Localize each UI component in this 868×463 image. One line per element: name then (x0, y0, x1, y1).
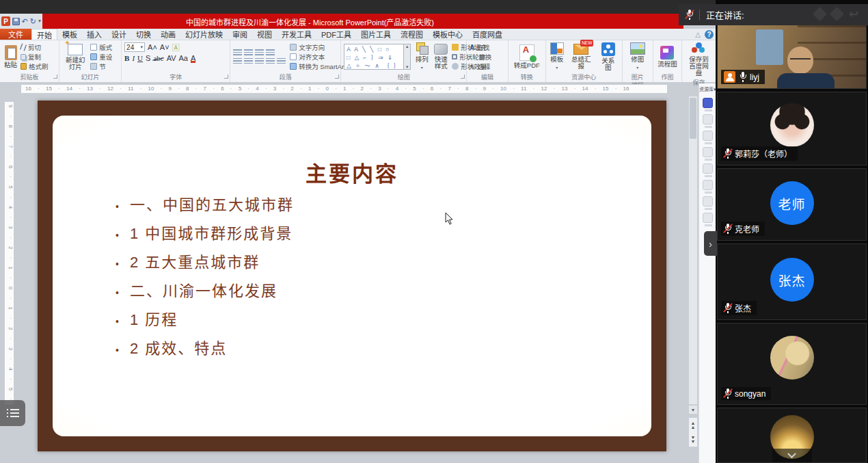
dialog-launcher-icon[interactable] (461, 75, 465, 79)
replace-button[interactable]: ↔替换 (470, 53, 491, 62)
resource-sidebar-label[interactable]: 资源库▾ (699, 83, 716, 92)
reset-button[interactable]: 重设 (90, 53, 112, 62)
change-case-button[interactable]: Aa (179, 54, 188, 62)
tab-flowchart[interactable]: 流程图 (396, 29, 428, 40)
tab-design[interactable]: 设计 (107, 29, 131, 40)
section-button[interactable]: 节 (90, 62, 112, 71)
tab-transitions[interactable]: 切换 (131, 29, 156, 40)
align-center-icon[interactable] (244, 58, 253, 65)
columns-icon[interactable] (277, 58, 286, 65)
tab-review[interactable]: 审阅 (228, 29, 252, 40)
collapse-ribbon-icon[interactable]: △ (695, 31, 701, 38)
strikethrough-button[interactable]: abc (153, 54, 163, 62)
justify-icon[interactable] (266, 58, 275, 65)
participant-tile-songyan[interactable]: songyan (717, 323, 867, 405)
line-spacing-icon[interactable] (266, 49, 275, 56)
underline-button[interactable]: U (137, 54, 143, 62)
format-painter-button[interactable]: 格式刷 (21, 62, 49, 71)
bullets-icon[interactable] (233, 49, 242, 56)
select-button[interactable]: ⇖选择 (470, 62, 491, 71)
save-baidu-button[interactable]: 保存到百度网盘 (685, 42, 713, 77)
cut-button[interactable]: 剪切 (21, 43, 49, 52)
tab-home[interactable]: 开始 (31, 29, 57, 40)
vertical-scrollbar[interactable] (688, 96, 698, 405)
font-size-select[interactable]: 24▾ (124, 42, 145, 52)
tab-baidu-netdisk[interactable]: 百度网盘 (467, 29, 507, 40)
help-icon[interactable]: ? (705, 30, 714, 39)
participant-tile-zhangjie[interactable]: 张杰 张杰 (717, 243, 867, 320)
copy-button[interactable]: 复制 (21, 53, 49, 62)
tab-slideshow[interactable]: 幻灯片放映 (180, 29, 228, 40)
align-left-icon[interactable] (233, 58, 242, 65)
tab-insert[interactable]: 插入 (82, 29, 107, 40)
tab-pdf-tools[interactable]: PDF工具 (316, 29, 356, 40)
tab-file[interactable]: 文件 (0, 29, 31, 40)
slide-bullet-list[interactable]: •一、中国的五大城市群 •1 中国城市群形成背景 •2 五大重点城市群 •二、川… (116, 192, 294, 365)
participant-tile-kelaoshi[interactable]: 老师 克老师 (717, 168, 867, 241)
template-button[interactable]: 模板▾ (549, 42, 565, 72)
shadow-button[interactable]: S (146, 54, 150, 62)
convert-pdf-button[interactable]: 转成PDF (513, 44, 541, 70)
participant-list-button[interactable] (0, 400, 25, 426)
slide[interactable]: 主要内容 •一、中国的五大城市群 •1 中国城市群形成背景 •2 五大重点城市群… (38, 101, 666, 451)
smartart-button[interactable]: 转换为 SmartArt (290, 62, 346, 71)
tab-view[interactable]: 视图 (252, 29, 277, 40)
participant-tile-liyj[interactable]: liyj (717, 25, 867, 89)
resource-sidebar-icon[interactable] (703, 131, 713, 141)
qat-dropdown-icon[interactable]: ▾ (38, 16, 41, 26)
italic-button[interactable]: I (132, 54, 135, 62)
shape-gallery-scroll[interactable]: ▲▼ (404, 44, 411, 70)
shrink-font-icon[interactable]: A˅ (160, 43, 169, 51)
resource-sidebar-icon[interactable] (703, 196, 713, 207)
reply-arrow-icon[interactable]: ↪ (849, 7, 858, 21)
flowchart-button[interactable]: 流程图 (656, 45, 679, 68)
align-right-icon[interactable] (255, 58, 264, 65)
dialog-launcher-icon[interactable] (53, 75, 57, 79)
paste-button[interactable]: 粘贴 (3, 44, 18, 69)
align-text-button[interactable]: 对齐文本 (290, 53, 346, 62)
new-slide-button[interactable]: 新建幻灯片 (62, 43, 88, 71)
clear-format-icon[interactable]: 🄰 (172, 42, 180, 53)
font-color-button[interactable]: A (191, 54, 195, 62)
resource-sidebar-icon[interactable] (703, 114, 713, 124)
indent-icon[interactable] (255, 49, 264, 56)
resource-sidebar-icon[interactable] (703, 213, 713, 223)
arrange-button[interactable]: 排列▾ (413, 42, 430, 72)
summary-report-button[interactable]: NEW 总结汇报 (567, 43, 595, 70)
tab-animations[interactable]: 动画 (156, 29, 180, 40)
resource-sidebar-icon[interactable] (703, 98, 713, 108)
tab-template-center[interactable]: 模板中心 (428, 29, 467, 40)
panel-expand-handle[interactable]: › (704, 231, 717, 256)
text-direction-button[interactable]: 文字方向 (290, 43, 346, 52)
resource-sidebar-icon[interactable] (703, 163, 713, 174)
muted-mic-icon[interactable] (686, 10, 693, 20)
next-slide-button[interactable]: ▼▼ (691, 436, 696, 444)
scroll-down-button[interactable]: ▼ (688, 405, 698, 414)
flag-icon[interactable] (813, 7, 827, 21)
retouch-button[interactable]: 修图▾ (629, 42, 647, 72)
participant-tile-partial[interactable] (717, 408, 867, 463)
char-spacing-button[interactable]: AV (167, 54, 176, 62)
bold-button[interactable]: B (124, 54, 129, 62)
dialog-launcher-icon[interactable] (224, 75, 228, 79)
resource-sidebar-icon[interactable] (703, 147, 713, 157)
scrollbar-thumb[interactable] (690, 98, 696, 139)
save-icon[interactable] (12, 18, 19, 25)
shape-gallery[interactable]: A A ╲ ╲ □ ○ □ △ ⌐ ｝⇒ ⇓ △ ✧ ～ ∧ ｛ ｝ ▲▼ (344, 44, 411, 70)
resource-sidebar-icon[interactable] (703, 180, 713, 190)
tab-template[interactable]: 模板 (57, 29, 82, 40)
tab-developer[interactable]: 开发工具 (277, 29, 316, 40)
numbering-icon[interactable] (244, 49, 253, 56)
relation-diagram-button[interactable]: 关系图 (597, 42, 619, 72)
participant-tile-guolisha[interactable]: 郭莉莎（老师） (717, 92, 867, 166)
previous-slide-button[interactable]: ▲▲ (691, 421, 696, 429)
find-button[interactable]: A查找 (470, 43, 491, 52)
redo-icon[interactable]: ↻ (30, 16, 36, 26)
scroll-more-button[interactable] (772, 449, 812, 462)
layout-button[interactable]: 版式 (90, 43, 112, 52)
slide-title[interactable]: 主要内容 (53, 157, 651, 187)
grow-font-icon[interactable]: A˄ (148, 43, 157, 51)
tab-picture-tools[interactable]: 图片工具 (356, 29, 396, 40)
flag-icon[interactable] (830, 7, 844, 21)
shape-gallery-grid[interactable]: A A ╲ ╲ □ ○ □ △ ⌐ ｝⇒ ⇓ △ ✧ ～ ∧ ｛ ｝ (344, 44, 404, 70)
